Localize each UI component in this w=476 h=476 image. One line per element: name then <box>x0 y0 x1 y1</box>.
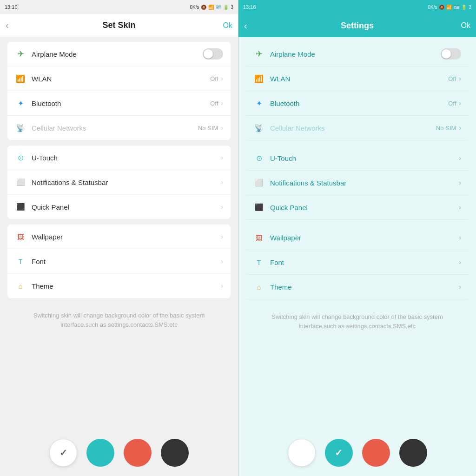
utouch-chevron-left: › <box>221 154 223 161</box>
battery-icon: 🔋 <box>223 5 229 10</box>
bluetooth-chevron-left: › <box>221 99 223 107</box>
airplane-icon-right: ✈ <box>253 48 264 60</box>
ok-button-right[interactable]: Ok <box>461 21 470 30</box>
appearance-card-right: 🖼 Wallpaper › T Font › ⌂ Theme › <box>246 225 469 299</box>
wallpaper-label-right: Wallpaper <box>270 234 459 242</box>
theme-white-right[interactable] <box>288 439 316 467</box>
theme-chevron-left: › <box>221 282 223 290</box>
connectivity-card-right: ✈ Airplane Mode 📶 WLAN Off › ✦ Bluetooth… <box>246 42 469 140</box>
notifications-row-right[interactable]: ⬜ Notifications & Statusbar › <box>246 171 469 195</box>
airplane-toggle-left[interactable] <box>203 48 223 60</box>
scroll-area-left: ✈ Airplane Mode 📶 WLAN Off › ✦ Bluetooth… <box>0 37 238 430</box>
wifi-icon-right: 📶 <box>253 73 264 84</box>
theme-label-left: Theme <box>32 282 221 290</box>
theme-red-right[interactable] <box>362 439 390 467</box>
page-title-left: Set Skin <box>102 20 135 30</box>
wallpaper-label-left: Wallpaper <box>32 233 221 241</box>
right-panel: 13:16 0K/s 🔕 📶 🪪 🔋 3 ‹ Settings Ok ✈ Air… <box>238 0 476 476</box>
airplane-mode-row-right[interactable]: ✈ Airplane Mode <box>246 42 469 66</box>
wlan-value-right: Off <box>448 75 456 82</box>
page-title-right: Settings <box>341 21 374 31</box>
interface-card-left: ⊙ U-Touch › ⬜ Notifications & Statusbar … <box>7 145 231 219</box>
wlan-row-right[interactable]: 📶 WLAN Off › <box>246 66 469 91</box>
font-icon-right: T <box>253 257 264 268</box>
bluetooth-icon-right: ✦ <box>253 98 264 109</box>
font-label-left: Font <box>32 258 221 265</box>
cellular-label-left: Cellular Networks <box>32 124 198 132</box>
wlan-row-left[interactable]: 📶 WLAN Off › <box>7 66 231 91</box>
bluetooth-chevron-right: › <box>459 99 461 107</box>
cellular-icon-right: 📡 <box>253 122 264 133</box>
quickpanel-label-right: Quick Panel <box>270 204 459 212</box>
wallpaper-icon-right: 🖼 <box>253 232 264 243</box>
bluetooth-value-left: Off <box>210 100 218 107</box>
utouch-row-right[interactable]: ⊙ U-Touch › <box>246 146 469 171</box>
quickpanel-row-right[interactable]: ⬛ Quick Panel › <box>246 195 469 220</box>
airplane-toggle-right[interactable] <box>441 48 461 60</box>
notifications-icon-left: ⬜ <box>15 177 26 188</box>
theme-row-right[interactable]: ⌂ Theme › <box>246 275 469 299</box>
utouch-icon-left: ⊙ <box>15 152 26 163</box>
utouch-icon-right: ⊙ <box>253 152 264 164</box>
theme-selector-right: ✓ <box>238 430 476 476</box>
theme-label-right: Theme <box>270 283 459 291</box>
cellular-row-right: 📡 Cellular Networks No SIM › <box>246 116 469 140</box>
theme-blue-right[interactable]: ✓ <box>325 439 353 467</box>
notifications-row-left[interactable]: ⬜ Notifications & Statusbar › <box>7 170 231 195</box>
bluetooth-icon-left: ✦ <box>15 98 26 109</box>
quickpanel-icon-right: ⬛ <box>253 202 264 213</box>
font-row-left[interactable]: T Font › <box>7 249 231 274</box>
theme-black-right[interactable] <box>399 439 427 467</box>
connectivity-card-left: ✈ Airplane Mode 📶 WLAN Off › ✦ Bluetooth… <box>7 42 231 140</box>
bell-mute-icon-right: 🔕 <box>439 5 444 10</box>
airplane-icon-left: ✈ <box>15 48 26 60</box>
blue-checkmark-right: ✓ <box>335 447 343 458</box>
theme-icon-left: ⌂ <box>15 280 26 291</box>
cellular-row-left: 📡 Cellular Networks No SIM › <box>7 116 231 140</box>
wallpaper-row-right[interactable]: 🖼 Wallpaper › <box>246 225 469 250</box>
status-bar-left: 13:10 0K/s 🔕 📶 🪪 🔋 3 <box>0 0 238 14</box>
utouch-chevron-right: › <box>459 154 461 162</box>
theme-black-left[interactable] <box>161 439 189 467</box>
font-label-right: Font <box>270 258 459 266</box>
theme-red-left[interactable] <box>124 439 152 467</box>
theme-white-left[interactable]: ✓ <box>49 439 77 467</box>
utouch-row-left[interactable]: ⊙ U-Touch › <box>7 145 231 170</box>
sim-icon-right: 🪪 <box>454 5 459 10</box>
bluetooth-row-right[interactable]: ✦ Bluetooth Off › <box>246 91 469 116</box>
airplane-label-left: Airplane Mode <box>32 50 203 58</box>
theme-chevron-right: › <box>459 283 461 291</box>
font-row-right[interactable]: T Font › <box>246 250 469 275</box>
theme-blue-left[interactable] <box>86 439 114 467</box>
airplane-mode-row-left[interactable]: ✈ Airplane Mode <box>7 42 231 66</box>
cellular-value-right: No SIM <box>436 125 456 132</box>
wallpaper-row-left[interactable]: 🖼 Wallpaper › <box>7 225 231 249</box>
battery-level-right: 3 <box>469 5 471 10</box>
nav-bar-left: ‹ Set Skin Ok <box>0 14 238 37</box>
quickpanel-row-left[interactable]: ⬛ Quick Panel › <box>7 195 231 219</box>
wlan-label-left: WLAN <box>32 75 210 83</box>
font-chevron-left: › <box>221 258 223 265</box>
bluetooth-row-left[interactable]: ✦ Bluetooth Off › <box>7 91 231 116</box>
battery-icon-right: 🔋 <box>461 5 467 10</box>
theme-row-left[interactable]: ⌂ Theme › <box>7 274 231 298</box>
speed-left: 0K/s <box>190 5 199 10</box>
back-button-right[interactable]: ‹ <box>244 20 247 31</box>
ok-button-left[interactable]: Ok <box>223 21 232 30</box>
theme-selector-left: ✓ <box>0 430 238 476</box>
cellular-chevron-left: › <box>221 124 223 132</box>
bell-mute-icon: 🔕 <box>201 5 206 10</box>
bluetooth-label-left: Bluetooth <box>32 99 210 107</box>
font-chevron-right: › <box>459 258 461 266</box>
status-bar-right: 13:16 0K/s 🔕 📶 🪪 🔋 3 <box>238 0 476 14</box>
scroll-area-right: ✈ Airplane Mode 📶 WLAN Off › ✦ Bluetooth… <box>238 37 476 430</box>
speed-right: 0K/s <box>428 5 437 10</box>
cellular-chevron-right: › <box>459 124 461 132</box>
battery-level: 3 <box>231 5 233 10</box>
notifications-label-left: Notifications & Statusbar <box>32 178 221 186</box>
cellular-value-left: No SIM <box>198 125 218 132</box>
quickpanel-label-left: Quick Panel <box>32 203 221 211</box>
back-button-left[interactable]: ‹ <box>6 20 9 31</box>
footer-text-left: Switching skin will change background co… <box>7 304 231 337</box>
wallpaper-chevron-left: › <box>221 233 223 240</box>
